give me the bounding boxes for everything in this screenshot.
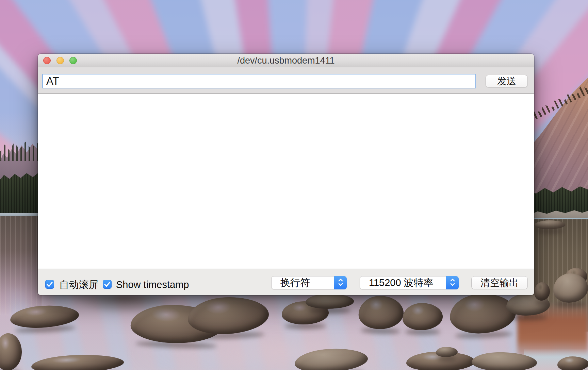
clear-output-button[interactable]: 清空输出 (471, 276, 528, 289)
up-down-chevrons-icon (450, 278, 456, 288)
select-arrows-cap (334, 276, 347, 289)
wallpaper-left-reflection (0, 216, 42, 315)
serial-output-area[interactable] (38, 94, 534, 269)
window-titlebar[interactable]: /dev/cu.usbmodem1411 (38, 54, 534, 67)
status-bar: 自动滚屏 Show timestamp 换行符 115200 波特 (38, 269, 534, 295)
autoscroll-checkbox[interactable] (45, 280, 54, 289)
serial-monitor-window: /dev/cu.usbmodem1411 发送 自动滚屏 Show timest… (38, 54, 534, 295)
line-ending-value: 换行符 (280, 276, 310, 289)
baud-rate-select[interactable]: 115200 波特率 (360, 276, 459, 289)
baud-rate-value: 115200 波特率 (369, 276, 434, 289)
serial-command-input[interactable] (42, 74, 476, 88)
autoscroll-label: 自动滚屏 (59, 279, 99, 291)
window-title: /dev/cu.usbmodem1411 (38, 54, 534, 67)
rock (557, 356, 588, 370)
line-ending-select[interactable]: 换行符 (271, 276, 347, 289)
timestamp-label: Show timestamp (116, 279, 189, 291)
select-arrows-cap (446, 276, 459, 289)
send-button[interactable]: 发送 (486, 75, 528, 87)
up-down-chevrons-icon (338, 278, 344, 288)
send-toolbar: 发送 (38, 68, 534, 94)
timestamp-checkbox[interactable] (103, 280, 112, 289)
